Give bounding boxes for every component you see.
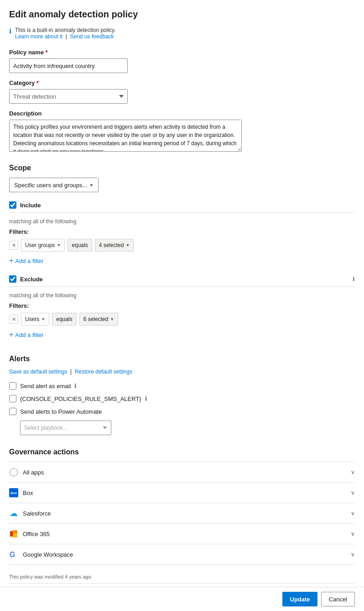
box-label: Box [23, 490, 33, 496]
scope-dropdown-label: Specific users and groups... [14, 182, 87, 189]
exclude-label: Exclude [20, 276, 43, 283]
exclude-filters-label: Filters: [9, 302, 355, 309]
exclude-info-icon[interactable]: ℹ [353, 276, 355, 282]
include-filter-value-chip[interactable]: 4 selected ▼ [95, 239, 134, 252]
exclude-add-filter-btn[interactable]: + Add a filter [9, 329, 44, 340]
policy-name-input[interactable] [9, 58, 128, 73]
include-checkbox[interactable] [9, 201, 16, 209]
send-feedback-link[interactable]: Send us feedback [70, 33, 114, 40]
office365-icon [9, 529, 18, 538]
sms-alert-row: {CONSOLE_POLICIES_RULE_SMS_ALERT} ℹ [9, 395, 355, 402]
include-label: Include [20, 202, 41, 209]
category-group: Category * Threat detection [9, 79, 355, 104]
governance-row-google[interactable]: G Google Workspace ∨ [9, 544, 355, 565]
exclude-filter-value-chip[interactable]: 6 selected ▼ [79, 313, 119, 326]
power-automate-checkbox[interactable] [9, 408, 16, 415]
scope-title: Scope [9, 164, 355, 172]
sms-label: {CONSOLE_POLICIES_RULE_SMS_ALERT} [20, 395, 141, 402]
exclude-checkbox[interactable] [9, 275, 16, 283]
governance-row-box[interactable]: box Box ∨ [9, 483, 355, 503]
scope-chevron-icon: ▼ [89, 183, 94, 188]
exclude-filter-remove-btn[interactable]: ✕ [9, 315, 18, 324]
include-filter-row: ✕ User groups ▼ equals 4 selected ▼ [9, 239, 355, 252]
all-apps-chevron-icon: ∨ [351, 469, 355, 475]
box-icon: box [9, 488, 18, 497]
restore-default-link[interactable]: Restore default settings [75, 369, 132, 375]
svg-rect-2 [13, 534, 17, 537]
policy-name-group: Policy name * [9, 49, 355, 73]
governance-title: Governance actions [9, 448, 355, 456]
playbook-wrapper: Select playbook... [20, 421, 355, 435]
include-matching-text: matching all of the following [9, 218, 355, 225]
google-icon: G [9, 550, 18, 559]
governance-row-all-apps[interactable]: All apps ∨ [9, 462, 355, 483]
info-banner: ℹ This is a built-in anomaly detection p… [9, 27, 355, 40]
include-filter-remove-btn[interactable]: ✕ [9, 241, 18, 250]
category-select[interactable]: Threat detection [9, 89, 128, 104]
office365-label: Office 365 [23, 531, 50, 537]
scope-dropdown[interactable]: Specific users and groups... ▼ [9, 178, 99, 192]
exclude-filter-type-chevron: ▼ [41, 317, 45, 321]
governance-row-office365[interactable]: Office 365 ∨ [9, 524, 355, 544]
send-email-info-icon[interactable]: ℹ [74, 383, 77, 389]
exclude-filter-operator-chip: equals [52, 313, 76, 326]
include-add-filter-btn[interactable]: + Add a filter [9, 255, 44, 266]
office365-chevron-icon: ∨ [351, 531, 355, 537]
governance-row-salesforce[interactable]: ☁ Salesforce ∨ [9, 503, 355, 524]
exclude-row: Exclude ℹ [9, 272, 355, 287]
salesforce-chevron-icon: ∨ [351, 510, 355, 516]
send-email-label: Send alert as email [20, 383, 71, 390]
box-chevron-icon: ∨ [351, 490, 355, 496]
svg-rect-1 [13, 530, 17, 534]
salesforce-label: Salesforce [23, 510, 51, 517]
send-email-checkbox[interactable] [9, 382, 16, 390]
footer-modified-text: This policy was modified 4 years ago [9, 574, 355, 579]
alerts-title: Alerts [9, 355, 355, 363]
exclude-filter-row: ✕ Users ▼ equals 6 selected ▼ [9, 313, 355, 326]
all-apps-icon [9, 468, 18, 477]
description-group: Description [9, 110, 355, 153]
info-icon: ℹ [9, 27, 11, 35]
include-filters-label: Filters: [9, 228, 355, 235]
alerts-section: Alerts Save as default settings | Restor… [9, 355, 355, 435]
update-button[interactable]: Update [282, 592, 317, 606]
filter-value-chevron: ▼ [125, 243, 130, 248]
governance-section: Governance actions All apps ∨ box Box ∨ [9, 448, 355, 565]
include-filter-operator-chip: equals [68, 239, 92, 252]
exclude-filter-type-chip[interactable]: Users ▼ [21, 313, 49, 326]
sms-checkbox[interactable] [9, 395, 16, 402]
page-title: Edit anomaly detection policy [9, 9, 355, 20]
learn-more-link[interactable]: Learn more about it [15, 33, 62, 40]
salesforce-icon: ☁ [9, 509, 18, 518]
save-default-link[interactable]: Save as default settings [9, 369, 67, 375]
playbook-select[interactable]: Select playbook... [20, 421, 111, 435]
cancel-button[interactable]: Cancel [321, 592, 355, 606]
include-filter-type-chip[interactable]: User groups ▼ [21, 239, 65, 252]
google-chevron-icon: ∨ [351, 551, 355, 558]
filter-type-chevron: ▼ [57, 243, 61, 248]
description-label: Description [9, 110, 355, 117]
alerts-links: Save as default settings | Restore defau… [9, 369, 355, 375]
exclude-filter-value-chevron: ▼ [110, 317, 114, 321]
category-label: Category * [9, 79, 355, 86]
all-apps-label: All apps [23, 469, 44, 476]
sms-info-icon[interactable]: ℹ [145, 395, 147, 402]
exclude-matching-text: matching all of the following [9, 292, 355, 299]
power-automate-row: Send alerts to Power Automate [9, 408, 355, 415]
include-row: Include [9, 198, 355, 213]
footer-bar: Update Cancel [0, 587, 364, 611]
policy-name-label: Policy name * [9, 49, 355, 56]
info-banner-text: This is a built-in anomaly detection pol… [15, 27, 116, 40]
send-email-row: Send alert as email ℹ [9, 382, 355, 390]
google-label: Google Workspace [23, 551, 73, 558]
description-textarea[interactable] [9, 120, 242, 152]
svg-text:G: G [10, 551, 15, 558]
power-automate-label: Send alerts to Power Automate [20, 408, 102, 415]
